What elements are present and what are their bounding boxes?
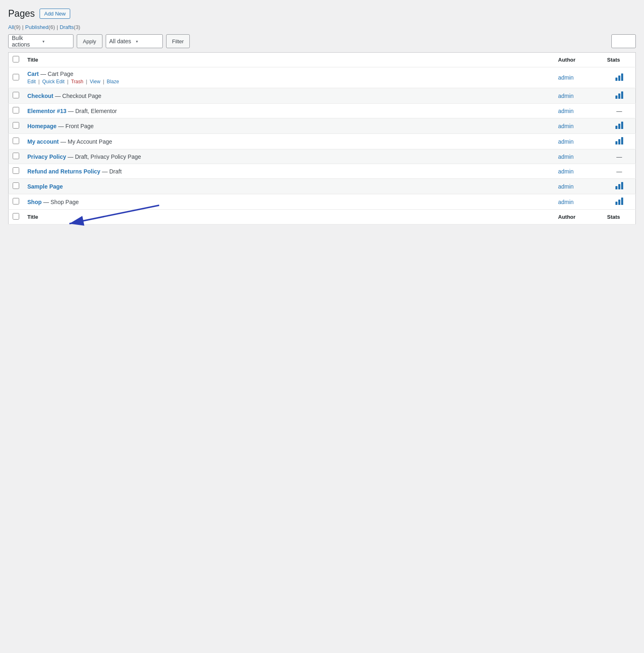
row-stats-cell (603, 194, 636, 210)
page-title-link[interactable]: Privacy Policy (27, 153, 66, 160)
author-link[interactable]: admin (558, 153, 574, 160)
title-container: Elementor #13 — Draft, Elementor (27, 108, 550, 114)
row-checkbox[interactable] (13, 92, 19, 98)
author-header-label: Author (558, 57, 576, 63)
page-title-link[interactable]: My account (27, 138, 59, 145)
row-checkbox[interactable] (13, 153, 19, 159)
author-link[interactable]: admin (558, 74, 574, 81)
row-stats-cell (603, 67, 636, 88)
row-title-cell: Checkout — Checkout Page (23, 88, 554, 104)
page-title-link[interactable]: Elementor #13 (27, 108, 67, 114)
action-sep: | (84, 79, 89, 84)
row-checkbox-cell (9, 134, 24, 149)
filter-links: All (9) | Published (6) | Drafts (3) (8, 24, 636, 30)
row-checkbox[interactable] (13, 74, 19, 80)
pages-table-wrapper: Title Author Stats Cart — Cart PageEdit … (8, 52, 636, 224)
apply-button[interactable]: Apply (77, 34, 102, 48)
table-row: Privacy Policy — Draft, Privacy Policy P… (9, 149, 636, 164)
bar2 (618, 184, 620, 189)
table-row: Homepage — Front Pageadmin (9, 118, 636, 134)
row-checkbox[interactable] (13, 122, 19, 129)
page-title-link[interactable]: Sample Page (27, 183, 63, 190)
row-action-trash[interactable]: Trash (71, 79, 83, 84)
row-checkbox[interactable] (13, 138, 19, 144)
page-title-link[interactable]: Checkout (27, 93, 53, 99)
page-title-link[interactable]: Homepage (27, 123, 57, 129)
bar2 (618, 200, 620, 205)
title-footer[interactable]: Title (23, 210, 554, 224)
title-footer-label: Title (27, 214, 38, 220)
row-checkbox-cell (9, 179, 24, 194)
action-sep: | (37, 79, 41, 84)
filter-button[interactable]: Filter (166, 34, 190, 48)
bar3 (621, 182, 623, 189)
title-container: My account — My Account Page (27, 138, 550, 145)
row-checkbox-cell (9, 149, 24, 164)
bar3 (621, 122, 623, 129)
stats-header[interactable]: Stats (603, 53, 636, 67)
author-header[interactable]: Author (554, 53, 603, 67)
stats-bars-icon[interactable] (615, 73, 623, 81)
row-title-cell: Sample Page (23, 179, 554, 194)
table-footer: Title Author Stats (9, 210, 636, 224)
row-author-cell: admin (554, 149, 603, 164)
bar1 (615, 78, 617, 81)
bulk-actions-dropdown[interactable]: Bulk actions ▾ (8, 34, 73, 48)
table-row: Elementor #13 — Draft, Elementoradmin— (9, 104, 636, 118)
stats-bars-icon[interactable] (615, 198, 623, 205)
row-action-quick-edit[interactable]: Quick Edit (42, 79, 64, 84)
table-body: Cart — Cart PageEdit | Quick Edit | Tras… (9, 67, 636, 210)
dates-label: All dates (109, 38, 133, 44)
title-header[interactable]: Title (23, 53, 554, 67)
pages-table: Title Author Stats Cart — Cart PageEdit … (8, 52, 636, 224)
row-checkbox-cell (9, 194, 24, 210)
action-sep: | (102, 79, 106, 84)
author-link[interactable]: admin (558, 168, 574, 175)
stats-dash: — (616, 153, 622, 160)
author-link[interactable]: admin (558, 93, 574, 99)
all-count: (9) (14, 24, 20, 30)
row-checkbox-cell (9, 164, 24, 179)
filter-published-link[interactable]: Published (25, 24, 49, 30)
row-action-edit[interactable]: Edit (27, 79, 36, 84)
author-link[interactable]: admin (558, 138, 574, 145)
row-action-view[interactable]: View (90, 79, 100, 84)
action-sep: | (66, 79, 70, 84)
stats-header-label: Stats (607, 57, 620, 63)
page-title-suffix: — Shop Page (42, 199, 79, 205)
dates-dropdown[interactable]: All dates ▾ (106, 34, 163, 48)
author-link[interactable]: admin (558, 183, 574, 190)
page-title-link[interactable]: Shop (27, 199, 42, 205)
author-link[interactable]: admin (558, 108, 574, 114)
row-actions: Edit | Quick Edit | Trash | View | Blaze (27, 79, 550, 84)
select-all-checkbox-foot[interactable] (13, 213, 19, 220)
author-footer[interactable]: Author (554, 210, 603, 224)
page-title-link[interactable]: Cart (27, 71, 39, 77)
row-checkbox[interactable] (13, 167, 19, 174)
chevron-down-icon-dates: ▾ (136, 39, 159, 44)
stats-bars-icon[interactable] (615, 122, 623, 129)
row-action-blaze[interactable]: Blaze (107, 79, 119, 84)
add-new-button[interactable]: Add New (40, 9, 70, 19)
search-input[interactable] (611, 34, 636, 48)
row-checkbox[interactable] (13, 198, 19, 204)
filter-all-link[interactable]: All (8, 24, 14, 30)
row-author-cell: admin (554, 194, 603, 210)
stats-bars-icon[interactable] (615, 182, 623, 189)
author-link[interactable]: admin (558, 123, 574, 129)
filter-drafts-link[interactable]: Drafts (60, 24, 74, 30)
row-title-cell: Homepage — Front Page (23, 118, 554, 134)
stats-footer[interactable]: Stats (603, 210, 636, 224)
page-title-suffix: — Draft (100, 168, 122, 175)
stats-bars-icon[interactable] (615, 91, 623, 99)
row-title-cell: My account — My Account Page (23, 134, 554, 149)
row-checkbox[interactable] (13, 107, 19, 113)
page-title-link[interactable]: Refund and Returns Policy (27, 168, 100, 175)
row-checkbox[interactable] (13, 182, 19, 189)
stats-dash: — (616, 168, 622, 175)
author-link[interactable]: admin (558, 199, 574, 205)
stats-bars-icon[interactable] (615, 137, 623, 144)
row-checkbox-cell (9, 104, 24, 118)
bar1 (615, 202, 617, 205)
select-all-checkbox[interactable] (13, 56, 19, 62)
